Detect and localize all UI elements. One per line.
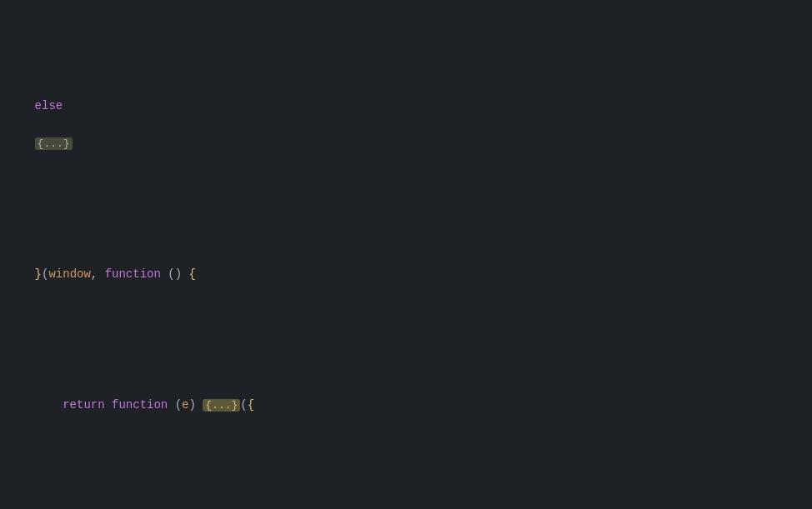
line-iife-start: }(window, function () { (0, 246, 812, 302)
line-else: else {...} (0, 78, 812, 172)
code-editor: else {...} }(window, function () { retur… (0, 0, 812, 509)
line-return-function: return function (e) {...}({ (0, 377, 812, 433)
